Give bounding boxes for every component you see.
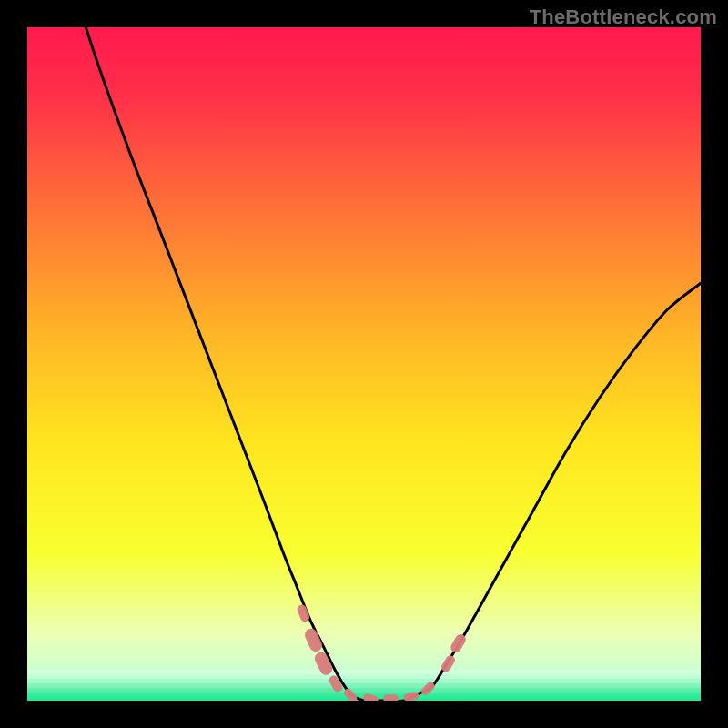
watermark-text: TheBottleneck.com [530,5,717,29]
svg-rect-2 [27,679,701,684]
gradient-background [27,27,701,701]
bottleneck-chart [27,27,701,701]
svg-rect-12 [383,694,399,701]
svg-rect-1 [27,674,701,680]
chart-frame: TheBottleneck.com [0,0,728,728]
plot-area [27,27,701,701]
svg-rect-4 [27,688,701,693]
svg-rect-0 [27,670,701,675]
svg-rect-3 [27,683,701,689]
floor-bands [27,670,701,698]
